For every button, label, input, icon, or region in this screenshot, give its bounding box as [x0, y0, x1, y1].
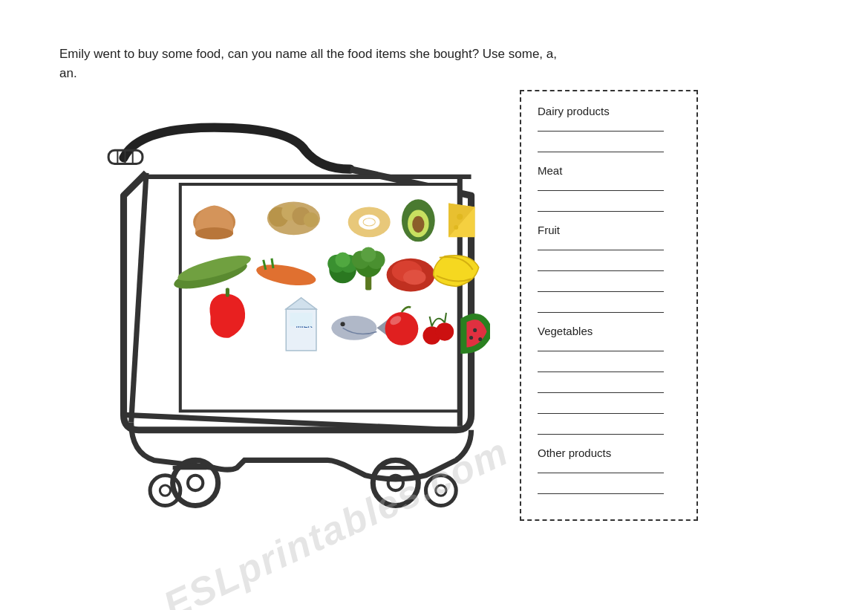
fruit-line-2[interactable] — [538, 258, 664, 271]
svg-point-14 — [436, 485, 446, 496]
svg-point-42 — [335, 253, 350, 267]
svg-rect-55 — [290, 313, 313, 326]
page-container: Emily went to buy some food, can you nam… — [0, 0, 868, 610]
svg-line-4 — [131, 173, 146, 423]
other-line-1[interactable] — [538, 460, 664, 473]
svg-point-10 — [160, 485, 170, 496]
cart-area: MILK — [59, 97, 490, 528]
veg-line-4[interactable] — [538, 400, 664, 414]
svg-point-29 — [412, 216, 424, 233]
fruit-label: Fruit — [538, 224, 560, 236]
svg-point-58 — [341, 322, 345, 326]
dairy-line-1[interactable] — [538, 118, 664, 132]
veg-line-2[interactable] — [538, 359, 664, 372]
fruit-section: Fruit — [538, 224, 680, 313]
fruit-line-4[interactable] — [538, 299, 664, 313]
svg-rect-51 — [226, 288, 229, 296]
svg-point-23 — [304, 212, 319, 227]
svg-point-67 — [478, 337, 482, 341]
fruit-line-3[interactable] — [538, 279, 664, 292]
fruit-line-1[interactable] — [538, 237, 664, 250]
vegetables-label: Vegetables — [538, 325, 593, 337]
other-section: Other products — [538, 447, 680, 494]
svg-point-47 — [361, 247, 376, 262]
shopping-cart-svg: MILK — [59, 97, 490, 528]
veg-line-1[interactable] — [538, 338, 664, 351]
dairy-label: Dairy products — [538, 105, 610, 117]
svg-point-56 — [331, 316, 376, 340]
dairy-section: Dairy products — [538, 105, 680, 152]
svg-point-66 — [469, 336, 473, 340]
other-label: Other products — [538, 447, 611, 459]
veg-line-3[interactable] — [538, 380, 664, 393]
svg-point-8 — [188, 476, 203, 490]
vegetables-section: Vegetables — [538, 325, 680, 435]
svg-point-62 — [436, 322, 454, 340]
svg-point-33 — [454, 225, 458, 230]
svg-point-26 — [363, 218, 375, 226]
meat-section: Meat — [538, 164, 680, 212]
right-panel: Dairy products Meat Fruit Vegetables — [520, 90, 698, 521]
meat-line-2[interactable] — [538, 198, 664, 212]
meat-label: Meat — [538, 164, 562, 177]
svg-point-18 — [195, 227, 233, 239]
svg-point-32 — [457, 214, 463, 220]
svg-point-65 — [473, 328, 477, 332]
svg-line-38 — [272, 259, 273, 268]
svg-point-50 — [403, 270, 426, 285]
svg-point-59 — [385, 312, 419, 345]
svg-point-13 — [426, 476, 457, 506]
other-line-2[interactable] — [538, 481, 664, 494]
meat-line-1[interactable] — [538, 178, 664, 191]
veg-line-5[interactable] — [538, 421, 664, 435]
dairy-line-2[interactable] — [538, 139, 664, 152]
main-content: MILK — [59, 97, 823, 580]
instruction-text: Emily went to buy some food, can you nam… — [59, 45, 564, 82]
